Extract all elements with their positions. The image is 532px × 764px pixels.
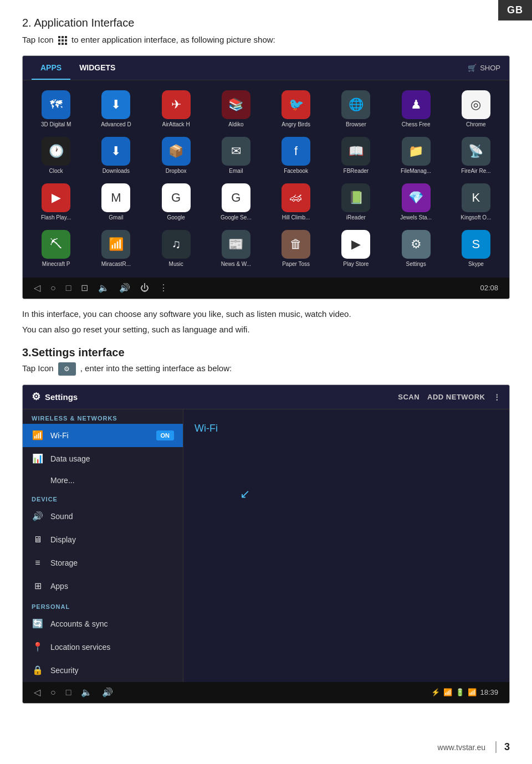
section2-intro: Tap Icon to enter application interface,…: [22, 34, 510, 47]
sidebar-item-more[interactable]: More...: [23, 470, 183, 490]
app-icon: 🗑: [282, 230, 310, 259]
app-item[interactable]: 📖FBReader: [327, 134, 385, 178]
settings-home-icon[interactable]: ○: [50, 688, 56, 698]
app-item[interactable]: 🐦Angry Birds: [267, 87, 325, 131]
app-item[interactable]: GGoogle Se...: [207, 180, 265, 224]
app-item[interactable]: ♟Chess Free: [387, 87, 445, 131]
overflow-menu-icon[interactable]: ⋮: [493, 393, 501, 401]
settings-vol-up-icon[interactable]: 🔊: [102, 687, 113, 698]
data-icon: 📶: [443, 688, 452, 696]
more-icon[interactable]: ⋮: [159, 283, 168, 293]
svg-rect-4: [62, 39, 64, 42]
footer-page-number: 3: [495, 741, 510, 753]
app-item[interactable]: 📡FireAir Re...: [447, 134, 505, 178]
sidebar-item-wifi[interactable]: 📶 Wi-Fi ON: [23, 424, 183, 447]
screenshot-icon[interactable]: ⊡: [81, 283, 88, 293]
usb-icon: ⚡: [431, 688, 440, 696]
app-label: MiracastR...: [101, 261, 131, 268]
app-item[interactable]: 💎Jewels Sta...: [387, 180, 445, 224]
app-item[interactable]: fFacebook: [267, 134, 325, 178]
desc1: In this interface, you can choose any so…: [22, 308, 510, 321]
volume-up-icon[interactable]: 🔊: [119, 283, 130, 293]
shop-button[interactable]: 🛒 SHOP: [468, 64, 500, 72]
settings-recents-icon[interactable]: □: [66, 688, 71, 698]
app-label: Clock: [49, 168, 63, 175]
app-item[interactable]: KKingsoft O...: [447, 180, 505, 224]
app-label: Music: [169, 261, 183, 268]
settings-back-icon[interactable]: ◁: [34, 687, 40, 698]
sidebar-item-location[interactable]: 📍 Location services: [23, 635, 183, 659]
app-icon: 📖: [341, 137, 370, 166]
app-item[interactable]: 🕐Clock: [27, 134, 85, 178]
power-icon[interactable]: ⏻: [140, 283, 149, 293]
home-icon[interactable]: ○: [50, 283, 56, 293]
app-item[interactable]: ▶Flash Play...: [27, 180, 85, 224]
settings-vol-down-icon[interactable]: 🔈: [81, 687, 92, 698]
app-item[interactable]: GGoogle: [147, 180, 205, 224]
app-item[interactable]: 📶MiracastR...: [87, 227, 145, 271]
settings-body: WIRELESS & NETWORKS 📶 Wi-Fi ON 📊 Data us…: [23, 409, 509, 682]
desc2: You can also go reset your setting, such…: [22, 324, 510, 336]
app-item[interactable]: ⬇Downloads: [87, 134, 145, 178]
back-icon[interactable]: ◁: [34, 283, 40, 293]
recents-icon[interactable]: □: [66, 283, 71, 293]
app-item[interactable]: ♫Music: [147, 227, 205, 271]
scan-button[interactable]: SCAN: [398, 393, 420, 401]
wifi-status-icon: 📶: [468, 688, 477, 696]
app-item[interactable]: ▶Play Store: [327, 227, 385, 271]
app-item[interactable]: 📁FileManag...: [387, 134, 445, 178]
personal-section-header: PERSONAL: [23, 598, 183, 612]
settings-main: Wi-Fi ↙: [183, 409, 509, 682]
sidebar-item-storage[interactable]: ≡ Storage: [23, 551, 183, 575]
app-icon: f: [282, 137, 310, 166]
app-item[interactable]: ⛏Minecraft P: [27, 227, 85, 271]
settings-time: 18:39: [480, 688, 498, 696]
sidebar-item-sound[interactable]: 🔊 Sound: [23, 505, 183, 528]
app-item[interactable]: 📗iReader: [327, 180, 385, 224]
app-label: Angry Birds: [282, 121, 310, 128]
app-item[interactable]: 🗺3D Digital M: [27, 87, 85, 131]
app-item[interactable]: ⬇Advanced D: [87, 87, 145, 131]
app-icon: 🕐: [42, 137, 70, 166]
app-item[interactable]: 📦Dropbox: [147, 134, 205, 178]
app-icon: ⚙: [402, 230, 431, 259]
sidebar-item-security[interactable]: 🔒 Security: [23, 659, 183, 682]
app-item[interactable]: 🏎Hill Climb...: [267, 180, 325, 224]
app-label: FileManag...: [401, 168, 431, 175]
app-label: Flash Play...: [41, 214, 71, 221]
page-footer: www.tvstar.eu 3: [438, 741, 510, 753]
wifi-toggle[interactable]: ON: [156, 430, 175, 440]
app-item[interactable]: ⚙Settings: [387, 227, 445, 271]
location-icon: 📍: [32, 641, 44, 653]
app-label: Facebook: [284, 168, 308, 175]
add-network-button[interactable]: ADD NETWORK: [427, 393, 485, 401]
app-label: Kingsoft O...: [461, 214, 491, 221]
volume-down-icon[interactable]: 🔈: [98, 283, 109, 293]
app-item[interactable]: SSkype: [447, 227, 505, 271]
sidebar-item-apps[interactable]: ⊞ Apps: [23, 575, 183, 598]
app-icon: ▶: [341, 230, 370, 259]
app-icon: ⬇: [101, 137, 130, 166]
sidebar-item-data-usage[interactable]: 📊 Data usage: [23, 447, 183, 470]
app-item[interactable]: MGmail: [87, 180, 145, 224]
app-label: Jewels Sta...: [400, 214, 432, 221]
app-item[interactable]: 📚Aldiko: [207, 87, 265, 131]
app-item[interactable]: 🗑Paper Toss: [267, 227, 325, 271]
app-label: Paper Toss: [282, 261, 310, 268]
app-item[interactable]: 🌐Browser: [327, 87, 385, 131]
app-label: FireAir Re...: [461, 168, 490, 175]
apps-screenshot: APPS WIDGETS 🛒 SHOP 🗺3D Digital M⬇Advanc…: [22, 55, 510, 299]
app-item[interactable]: ✉Email: [207, 134, 265, 178]
app-item[interactable]: ◎Chrome: [447, 87, 505, 131]
app-label: Google: [167, 214, 185, 221]
app-item[interactable]: ✈AirAttack H: [147, 87, 205, 131]
app-item[interactable]: 📰News & W...: [207, 227, 265, 271]
sidebar-item-display[interactable]: 🖥 Display: [23, 528, 183, 551]
tab-apps[interactable]: APPS: [32, 55, 70, 80]
sidebar-item-accounts-sync[interactable]: 🔄 Accounts & sync: [23, 612, 183, 635]
app-label: Email: [229, 168, 243, 175]
app-icon: 🏎: [282, 183, 310, 212]
settings-sidebar: WIRELESS & NETWORKS 📶 Wi-Fi ON 📊 Data us…: [23, 409, 183, 682]
tab-widgets[interactable]: WIDGETS: [70, 55, 124, 80]
security-icon: 🔒: [32, 664, 44, 676]
